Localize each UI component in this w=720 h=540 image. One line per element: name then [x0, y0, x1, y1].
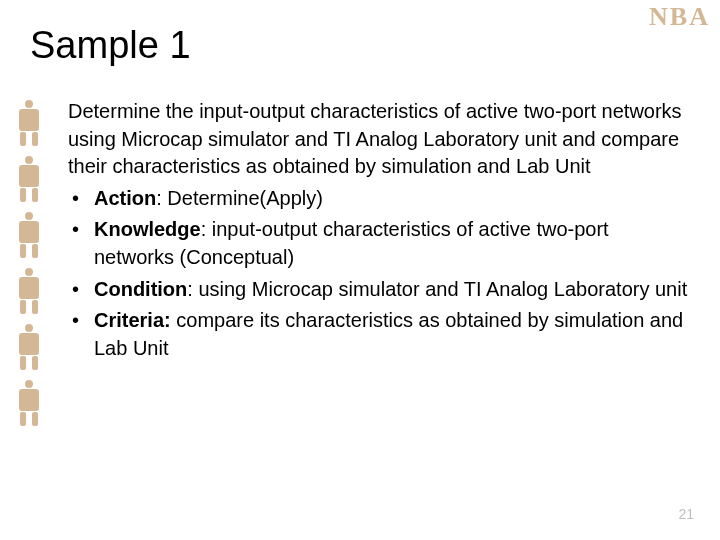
logo-watermark: NBA: [649, 2, 710, 32]
decorative-figure-column: [16, 100, 44, 426]
bullet-label: Condition: [94, 278, 187, 300]
bullet-knowledge: Knowledge: input-output characteristics …: [68, 216, 688, 271]
intro-paragraph: Determine the input-output characteristi…: [68, 98, 688, 181]
figure-icon: [16, 212, 42, 258]
bullet-condition: Condition: using Microcap simulator and …: [68, 276, 688, 304]
slide-title: Sample 1: [30, 24, 191, 67]
figure-icon: [16, 324, 42, 370]
bullet-text: compare its characteristics as obtained …: [94, 309, 683, 359]
bullet-label: Knowledge: [94, 218, 201, 240]
body-content: Determine the input-output characteristi…: [68, 98, 688, 362]
bullet-label: Action: [94, 187, 156, 209]
figure-icon: [16, 156, 42, 202]
bullet-label: Criteria:: [94, 309, 171, 331]
figure-icon: [16, 380, 42, 426]
bullet-action: Action: Determine(Apply): [68, 185, 688, 213]
page-number: 21: [678, 506, 694, 522]
bullet-text: : Determine(Apply): [156, 187, 323, 209]
bullet-criteria: Criteria: compare its characteristics as…: [68, 307, 688, 362]
bullet-text: : using Microcap simulator and TI Analog…: [187, 278, 687, 300]
figure-icon: [16, 100, 42, 146]
figure-icon: [16, 268, 42, 314]
